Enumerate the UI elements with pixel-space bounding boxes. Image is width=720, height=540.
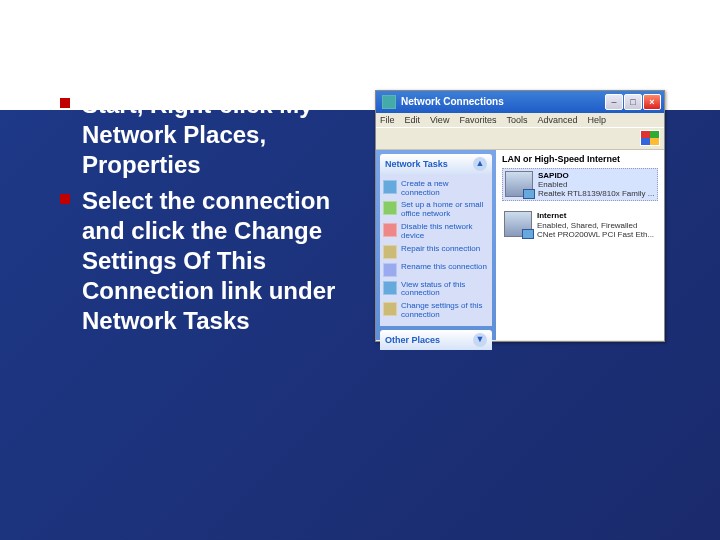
task-rename-connection[interactable]: Rename this connection — [383, 261, 489, 279]
task-create-connection[interactable]: Create a new connection — [383, 178, 489, 200]
menu-edit[interactable]: Edit — [405, 115, 421, 125]
connection-status: Enabled, Shared, Firewalled — [537, 221, 638, 230]
window-title: Network Connections — [401, 96, 604, 107]
menu-advanced[interactable]: Advanced — [537, 115, 577, 125]
task-setup-network[interactable]: Set up a home or small office network — [383, 199, 489, 221]
task-change-settings[interactable]: Change settings of this connection — [383, 300, 489, 322]
connection-device: Realtek RTL8139/810x Family ... — [538, 189, 654, 198]
toolbar — [376, 128, 664, 150]
task-view-status[interactable]: View status of this connection — [383, 279, 489, 301]
task-repair-connection[interactable]: Repair this connection — [383, 243, 489, 261]
collapse-icon: ▼ — [473, 333, 487, 347]
menu-favorites[interactable]: Favorites — [459, 115, 496, 125]
menu-tools[interactable]: Tools — [506, 115, 527, 125]
other-places-header[interactable]: Other Places ▼ — [380, 330, 492, 350]
connection-item[interactable]: SAPIDO Enabled Realtek RTL8139/810x Fami… — [502, 168, 658, 202]
connection-name: Internet — [537, 211, 566, 220]
nic-icon — [504, 211, 532, 237]
svg-rect-2 — [641, 138, 650, 145]
connection-device: CNet PRO200WL PCI Fast Eth... — [537, 230, 654, 239]
connections-pane: LAN or High-Speed Internet SAPIDO Enable… — [496, 150, 664, 340]
menu-file[interactable]: File — [380, 115, 395, 125]
svg-rect-0 — [641, 131, 650, 138]
bullet-list: Start, Right-click My Network Places, Pr… — [60, 90, 360, 342]
network-connections-window: Network Connections – □ × File Edit View… — [375, 90, 665, 342]
svg-rect-1 — [650, 131, 659, 138]
connection-name: SAPIDO — [538, 171, 569, 180]
menu-view[interactable]: View — [430, 115, 449, 125]
other-places-label: Other Places — [385, 335, 440, 345]
collapse-icon: ▲ — [473, 157, 487, 171]
close-button[interactable]: × — [643, 94, 661, 110]
tasks-header-label: Network Tasks — [385, 159, 448, 169]
nic-icon — [505, 171, 533, 197]
connection-status: Enabled — [538, 180, 567, 189]
network-tasks-header[interactable]: Network Tasks ▲ — [380, 154, 492, 174]
menubar: File Edit View Favorites Tools Advanced … — [376, 113, 664, 128]
task-disable-device[interactable]: Disable this network device — [383, 221, 489, 243]
svg-rect-3 — [650, 138, 659, 145]
connection-item[interactable]: Internet Enabled, Shared, Firewalled CNe… — [502, 209, 658, 241]
bullet-item: Start, Right-click My Network Places, Pr… — [60, 90, 360, 180]
menu-help[interactable]: Help — [587, 115, 606, 125]
maximize-button[interactable]: □ — [624, 94, 642, 110]
minimize-button[interactable]: – — [605, 94, 623, 110]
window-titlebar: Network Connections – □ × — [376, 91, 664, 113]
tasks-pane: Network Tasks ▲ Create a new connection … — [376, 150, 496, 340]
section-lan: LAN or High-Speed Internet — [502, 154, 658, 164]
window-icon — [382, 95, 396, 109]
windows-flag-icon — [640, 130, 660, 146]
bullet-item: Select the connection and click the Chan… — [60, 186, 360, 336]
